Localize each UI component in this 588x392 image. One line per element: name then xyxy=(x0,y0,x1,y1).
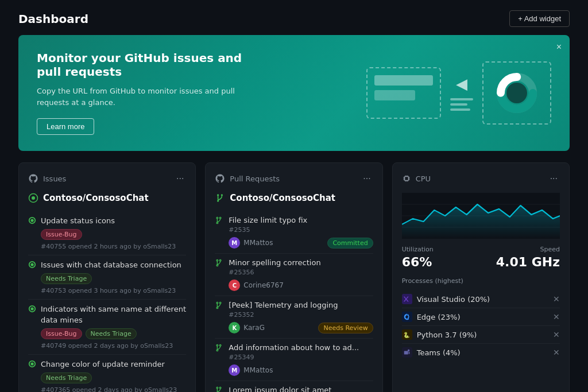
issue-content: Indicators with same name at different d… xyxy=(41,304,186,349)
svg-point-3 xyxy=(506,83,527,103)
pr-item: Lorem ipsum dolor sit amet xyxy=(215,381,373,392)
pr-icon xyxy=(215,193,225,203)
add-widget-button[interactable]: + Add widget xyxy=(509,10,570,27)
svg-point-33 xyxy=(216,350,218,351)
issue-content: Update status icons Issue-Bug #40755 ope… xyxy=(41,216,186,250)
svg-point-38 xyxy=(220,387,222,389)
promo-banner: Monitor your GitHub issues and pull requ… xyxy=(18,35,570,151)
pr-content: Lorem ipsum dolor sit amet xyxy=(229,386,373,392)
pr-content: Minor spelling correction #25356 C Corin… xyxy=(229,258,373,291)
illus-arrow-left: ◀ xyxy=(456,75,467,92)
pr-merge-icon xyxy=(215,386,223,392)
issues-list: Update status icons Issue-Bug #40755 ope… xyxy=(28,211,186,392)
header: Dashboard + Add widget xyxy=(0,0,588,35)
pr-badge-committed: Committed xyxy=(327,238,373,249)
svg-point-36 xyxy=(216,387,218,389)
tag-triage: Needs Triage xyxy=(86,328,137,339)
pr-header-left: Pull Requests xyxy=(215,173,280,184)
learn-more-button[interactable]: Learn more xyxy=(37,118,94,135)
illus-box-left xyxy=(366,67,441,119)
pr-repo-title: Contoso/ConsosoChat xyxy=(215,193,373,203)
issues-widget-header: Issues ··· xyxy=(28,172,186,185)
donut-chart-icon xyxy=(494,70,540,116)
pr-merge-icon xyxy=(215,216,223,249)
pr-list: File size limit typo fix #2535 M MMattos… xyxy=(215,211,373,392)
pr-user: K KaraG xyxy=(229,322,265,333)
pr-user: C Corine6767 xyxy=(229,280,284,291)
cpu-line-chart xyxy=(402,193,560,239)
pr-content: Add information about how to ad... #2534… xyxy=(229,343,373,376)
issues-widget-title: Issues xyxy=(43,174,66,183)
svg-point-20 xyxy=(216,217,218,219)
issues-repo-title: Contoso/ConsosoChat xyxy=(28,193,186,203)
pr-item: File size limit typo fix #2535 M MMattos… xyxy=(215,211,373,254)
svg-point-18 xyxy=(217,200,219,201)
process-item: Teams (4%) ✕ xyxy=(402,344,560,361)
issues-widget: Issues ··· Contoso/ConsosoChat xyxy=(18,162,196,392)
svg-point-26 xyxy=(220,259,222,261)
speed-stat: Speed 4.01 GHz xyxy=(496,246,560,269)
cpu-widget-title: CPU xyxy=(416,174,431,183)
process-close-button[interactable]: ✕ xyxy=(553,294,560,304)
pr-merge-icon xyxy=(215,301,223,333)
process-name: Teams (4%) xyxy=(417,348,553,357)
issue-open-icon xyxy=(28,360,36,392)
process-item: Edge (23%) ✕ xyxy=(402,308,560,326)
tag-triage: Needs Triage xyxy=(41,273,92,284)
illus-line xyxy=(450,103,467,106)
svg-point-9 xyxy=(30,263,33,266)
cpu-icon xyxy=(402,174,411,183)
process-close-button[interactable]: ✕ xyxy=(553,312,560,321)
process-item: 🐍 Python 3.7 (9%) ✕ xyxy=(402,326,560,344)
pr-avatar: K xyxy=(229,322,240,333)
cpu-header-left: CPU xyxy=(402,174,431,183)
edge-icon xyxy=(402,312,412,322)
process-item: Visual Studio (20%) ✕ xyxy=(402,290,560,308)
pr-badge-review: Needs Review xyxy=(318,323,373,333)
speed-label: Speed xyxy=(496,246,560,253)
issue-item: Update status icons Issue-Bug #40755 ope… xyxy=(28,211,186,255)
pr-menu-button[interactable]: ··· xyxy=(361,172,373,185)
widgets-grid: Issues ··· Contoso/ConsosoChat xyxy=(18,162,570,392)
github-icon xyxy=(215,173,225,184)
pr-widget: Pull Requests ··· Contoso/ConsosoChat xyxy=(205,162,382,392)
svg-rect-40 xyxy=(404,177,408,181)
issues-menu-button[interactable]: ··· xyxy=(174,172,186,185)
teams-icon xyxy=(402,347,412,358)
pr-avatar: M xyxy=(229,364,240,376)
pr-item: Minor spelling correction #25356 C Corin… xyxy=(215,254,373,296)
process-close-button[interactable]: ✕ xyxy=(553,330,560,339)
svg-point-24 xyxy=(216,259,218,261)
banner-title: Monitor your GitHub issues and pull requ… xyxy=(37,51,255,79)
svg-point-32 xyxy=(216,344,218,346)
main-content: Monitor your GitHub issues and pull requ… xyxy=(0,35,588,392)
illus-box-right xyxy=(482,61,551,125)
process-name: Visual Studio (20%) xyxy=(417,295,553,304)
svg-rect-46 xyxy=(404,351,408,354)
issue-open-icon xyxy=(28,261,36,294)
utilization-stat: Utilization 66% xyxy=(402,246,434,269)
svg-point-21 xyxy=(216,222,218,224)
illus-line xyxy=(450,108,470,111)
issue-open-icon xyxy=(28,216,36,250)
illus-arrow-section: ◀ xyxy=(450,75,473,111)
banner-description: Copy the URL from GitHub to monitor issu… xyxy=(37,86,255,108)
cpu-chart xyxy=(402,193,560,239)
pr-user: M MMattos xyxy=(229,237,273,249)
cpu-menu-button[interactable]: ··· xyxy=(548,172,560,185)
github-icon xyxy=(28,173,38,184)
tag-bug: Issue-Bug xyxy=(41,328,82,339)
issue-content: Issues with chat database connection Nee… xyxy=(41,260,186,294)
svg-point-16 xyxy=(217,194,219,196)
cpu-widget: CPU ··· xyxy=(392,162,570,392)
banner-content: Monitor your GitHub issues and pull requ… xyxy=(37,51,255,135)
speed-value: 4.01 GHz xyxy=(496,255,560,269)
utilization-value: 66% xyxy=(402,255,434,269)
banner-close-button[interactable]: × xyxy=(556,42,562,52)
process-name: Python 3.7 (9%) xyxy=(417,331,553,339)
pr-merge-icon xyxy=(215,344,223,376)
svg-point-22 xyxy=(220,217,222,219)
svg-point-47 xyxy=(408,350,410,352)
svg-point-30 xyxy=(220,302,222,304)
process-close-button[interactable]: ✕ xyxy=(553,348,560,357)
